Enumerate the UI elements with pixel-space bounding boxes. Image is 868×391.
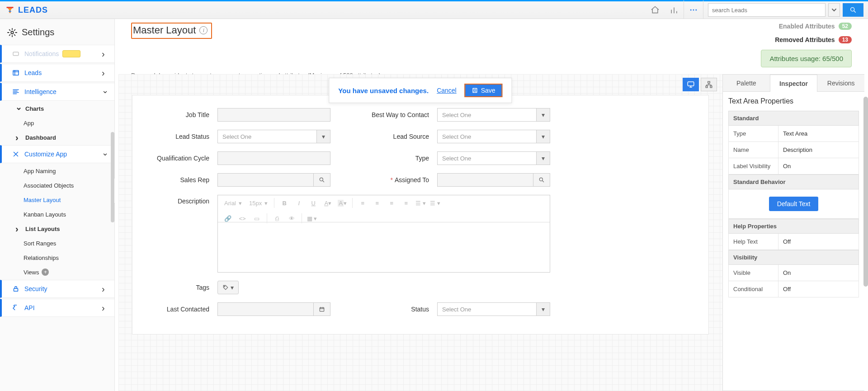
schema-view-button[interactable] [701, 78, 717, 91]
input-last-contacted[interactable] [217, 302, 330, 316]
default-text-button[interactable]: Default Text [769, 197, 819, 211]
svg-point-5 [851, 8, 854, 11]
input-assigned-to[interactable] [437, 173, 550, 187]
tag-selector[interactable]: ▾ [217, 281, 239, 294]
brand-text: LEADS [18, 5, 48, 15]
rte-toolbar: Arial ▾ 15px ▾ B I U A ▾ A ▾ ≡ ≡ [218, 195, 550, 222]
search-icon[interactable] [313, 173, 330, 187]
save-button[interactable]: Save [465, 84, 503, 97]
chevron-down-icon: ▾ [536, 108, 550, 121]
info-icon[interactable]: i [199, 26, 208, 34]
search-button[interactable] [843, 3, 863, 17]
label-sales-rep: Sales Rep [146, 176, 209, 184]
sidebar-item-charts[interactable]: Charts [0, 102, 114, 115]
italic-icon[interactable]: I [292, 197, 305, 209]
sidebar-scrollbar[interactable] [111, 132, 114, 222]
search-dropdown[interactable] [828, 3, 840, 17]
tab-palette[interactable]: Palette [723, 75, 770, 92]
tab-revisions[interactable]: Revisions [817, 75, 864, 92]
cancel-link[interactable]: Cancel [437, 87, 457, 94]
sidebar-item-security[interactable]: Security [0, 280, 114, 298]
input-sales-rep[interactable] [217, 173, 330, 187]
section-visibility: Visibility [728, 250, 859, 265]
rte-description[interactable]: Arial ▾ 15px ▾ B I U A ▾ A ▾ ≡ ≡ [217, 195, 550, 273]
select-lead-status[interactable]: Select One ▾ [217, 130, 330, 143]
sidebar-title: Settings [0, 23, 114, 45]
sidebar-item-api[interactable]: API [0, 299, 114, 317]
section-standard-behavior: Standard Behavior [728, 174, 859, 189]
prop-row: TypeText Area [728, 126, 859, 142]
list-ul-icon[interactable]: ☰ ▾ [414, 197, 427, 209]
label-description: Description [146, 195, 209, 205]
input-qual-cycle[interactable] [217, 151, 330, 165]
sidebar-item-app[interactable]: App [0, 116, 114, 130]
calendar-icon[interactable] [313, 302, 330, 316]
sidebar-item-masterlayout[interactable]: Master Layout [0, 193, 114, 207]
label-assigned-to: *Assigned To [339, 176, 429, 184]
select-best-way[interactable]: Select One ▾ [437, 108, 550, 122]
align-center-icon[interactable]: ≡ [371, 197, 383, 209]
label-job-title: Job Title [146, 111, 209, 118]
preview-icon[interactable]: 👁 [285, 212, 298, 224]
sidebar-item-kanban[interactable]: Kanban Layouts [0, 207, 114, 221]
label-lead-status: Lead Status [146, 133, 209, 140]
svg-point-2 [690, 9, 692, 11]
align-right-icon[interactable]: ≡ [385, 197, 398, 209]
select-lead-source[interactable]: Select One ▾ [437, 130, 550, 143]
sidebar-item-relationships[interactable]: Relationships [0, 251, 114, 264]
device-toggle [683, 78, 717, 91]
sidebar-item-notifications[interactable]: Notifications [0, 45, 114, 63]
align-left-icon[interactable]: ≡ [356, 197, 369, 209]
table-icon[interactable]: ▦ ▾ [306, 212, 318, 224]
select-type[interactable]: Select One ▾ [437, 151, 550, 165]
sidebar-item-dashboard[interactable]: Dashboard [0, 131, 114, 144]
sidebar-item-customize[interactable]: Customize App [0, 145, 114, 163]
svg-point-17 [224, 286, 225, 287]
bgcolor-icon[interactable]: A ▾ [336, 197, 349, 209]
search-input[interactable] [708, 3, 826, 17]
content-area: Master Layout i Enabled Attributes 52 Re… [115, 19, 868, 391]
rte-body[interactable] [218, 222, 550, 272]
rte-size[interactable]: 15px ▾ [246, 198, 270, 208]
sidebar-item-leads[interactable]: Leads [0, 64, 114, 82]
sidebar-item-intelligence[interactable]: Intelligence [0, 83, 114, 101]
brand: LEADS [0, 5, 53, 15]
input-job-title[interactable] [217, 108, 330, 122]
link-icon[interactable]: 🔗 [222, 212, 234, 224]
sidebar-item-appnaming[interactable]: App Naming [0, 164, 114, 178]
home-icon[interactable] [646, 0, 665, 19]
inspector-title: Text Area Properties [728, 97, 859, 105]
underline-icon[interactable]: U [307, 197, 320, 209]
design-canvas[interactable]: You have unsaved changes. Cancel Save Jo… [118, 74, 722, 391]
more-icon[interactable] [684, 0, 703, 19]
notifications-badge [62, 50, 80, 57]
plus-icon[interactable]: + [42, 269, 49, 276]
print-icon[interactable]: ⎙ [271, 212, 283, 224]
label-lead-source: Lead Source [339, 133, 429, 140]
content-scrollbar[interactable] [863, 91, 868, 391]
select-status[interactable]: Select One ▾ [437, 302, 550, 316]
tab-inspector[interactable]: Inspector [770, 75, 817, 92]
sidebar-item-listlayouts[interactable]: List Layouts [0, 222, 114, 236]
sidebar-item-sortranges[interactable]: Sort Ranges [0, 236, 114, 250]
rte-font[interactable]: Arial ▾ [222, 198, 245, 208]
prop-row: NameDescription [728, 142, 859, 158]
code-icon[interactable]: <> [236, 212, 249, 224]
list-ol-icon[interactable]: ☰ ▾ [429, 197, 441, 209]
svg-rect-18 [320, 308, 324, 311]
analytics-icon[interactable] [665, 0, 684, 19]
align-justify-icon[interactable]: ≡ [400, 197, 412, 209]
textcolor-icon[interactable]: A ▾ [321, 197, 334, 209]
sidebar-item-views[interactable]: Views + [0, 265, 114, 279]
image-icon[interactable]: ▭ [250, 212, 263, 224]
sidebar-item-associated[interactable]: Associated Objects [0, 179, 114, 192]
save-icon [472, 87, 478, 94]
enabled-badge: 52 [839, 23, 852, 30]
bold-icon[interactable]: B [278, 197, 291, 209]
desktop-view-button[interactable] [683, 78, 699, 91]
svg-rect-0 [7, 7, 14, 8]
stats: Enabled Attributes 52 Removed Attributes… [761, 23, 852, 67]
search-icon[interactable] [533, 173, 550, 187]
search-area [703, 3, 868, 17]
label-qual-cycle: Qualification Cycle [146, 155, 209, 162]
